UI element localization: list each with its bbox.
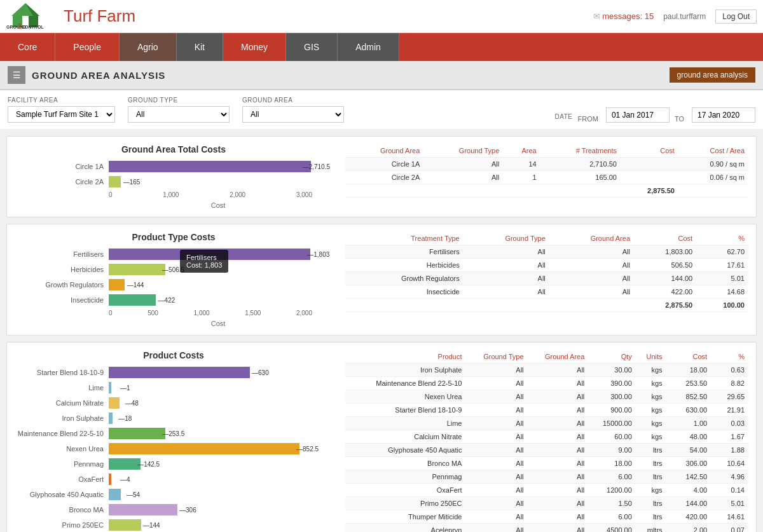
table-cell: 8.82 [711, 377, 748, 390]
table-cell: 1.88 [711, 444, 748, 457]
facility-area-select[interactable]: Sample Turf Farm Site 1 [8, 106, 115, 123]
breadcrumb-button[interactable]: ground area analysis [670, 67, 755, 83]
table-cell: All [549, 245, 634, 259]
table-cell: 144.00 [666, 497, 711, 510]
table-row: FertilisersAllAll1,803.0062.70 [345, 245, 748, 259]
bar-label: Glyphosate 450 Aquatic [15, 491, 104, 498]
nav-people[interactable]: People [55, 33, 120, 61]
table-cell: ltrs [636, 470, 666, 484]
bar-value-label: —18 [118, 415, 132, 422]
bar-value-label: —630 [252, 369, 269, 376]
nav-core[interactable]: Core [0, 33, 55, 61]
table-header: Cost [634, 232, 696, 245]
table-cell: Glyphosate 450 Aquatic [345, 444, 465, 457]
table-cell: 0.90 / sq m [678, 158, 748, 171]
bar-label: Pennmag [15, 460, 104, 468]
bar-row: Pennmag—142.5 [15, 458, 333, 470]
table-header: % [696, 232, 748, 245]
chart-products: Product Costs Starter Blend 18-10-9—630L… [15, 350, 333, 532]
nav-admin[interactable]: Admin [338, 33, 399, 61]
bar-value-label: —852.5 [296, 446, 319, 453]
table-cell: Nexen Urea [345, 390, 465, 404]
table-cell: 1 [503, 171, 540, 184]
nav-gis[interactable]: GIS [286, 33, 338, 61]
table-header: Cost [621, 144, 678, 158]
bar-label: Iron Sulphate [15, 414, 104, 422]
nav-agrio[interactable]: Agrio [120, 33, 177, 61]
logout-button[interactable]: Log Out [715, 10, 757, 24]
bar-label: Herbicides [15, 266, 104, 273]
bar-label: Maintenance Blend 22-5-10 [15, 430, 104, 437]
table-row: Thumper MiticideAllAll6.00ltrs420.0014.6… [345, 510, 748, 524]
section-product-costs: Product Costs Starter Blend 18-10-9—630L… [6, 342, 757, 532]
table-cell: kgs [636, 430, 666, 444]
table-cell: Thumper Miticide [345, 510, 465, 524]
table-header: Product [345, 350, 465, 364]
table-cell: kgs [636, 377, 666, 390]
bar-row: Primo 250EC—144 [15, 519, 333, 531]
bar-row: Lime—1 [15, 382, 333, 393]
bar-fill: —1 [109, 382, 111, 393]
table-cell: 21.91 [711, 404, 748, 417]
table-cell: 142.50 [666, 470, 711, 484]
nav-money[interactable]: Money [223, 33, 286, 61]
logo: GROUND 2 CONTROL [6, 2, 45, 31]
table-cell: 14.68 [696, 285, 748, 299]
table-row: Primo 250ECAllAll1.50ltrs144.005.01 [345, 497, 748, 510]
chart-product-type: Product Type Costs Fertilisers Cost: 1,8… [15, 232, 333, 327]
ground-area-select[interactable]: All [242, 106, 344, 123]
bar-label: Insecticide [15, 296, 104, 304]
bar-value-label: —253.5 [162, 430, 184, 437]
bar-row: Calcium Nitrate—48 [15, 397, 333, 409]
facility-area-label: FACILITY AREA [8, 97, 115, 104]
bar-fill: —18 [109, 413, 113, 424]
table-cell: Iron Sulphate [345, 364, 465, 377]
to-date-input[interactable] [692, 107, 755, 123]
table-cell: All [465, 470, 527, 484]
table-cell: 630.00 [666, 404, 711, 417]
table-header: Ground Type [423, 144, 503, 158]
bar-value-label: —306 [179, 507, 196, 514]
bar-row: Insecticide—422 [15, 294, 333, 306]
table-cell: Acelepryn [345, 524, 465, 533]
table-cell: All [465, 510, 527, 524]
table-row: HerbicidesAllAll506.5017.61 [345, 259, 748, 272]
bar-label: Bronco MA [15, 506, 104, 514]
table-row: Circle 1AAll142,710.500.90 / sq m [345, 158, 748, 171]
header-right: ✉ messages: 15 paul.turffarm Log Out [593, 10, 757, 24]
table-cell: All [528, 417, 589, 430]
table-row: Glyphosate 450 AquaticAllAll9.00ltrs54.0… [345, 444, 748, 457]
table-cell: 17.61 [696, 259, 748, 272]
filters: FACILITY AREA Sample Turf Farm Site 1 GR… [0, 90, 763, 130]
facility-area-filter: FACILITY AREA Sample Turf Farm Site 1 [8, 97, 115, 123]
ground-type-select[interactable]: All [128, 106, 230, 123]
table-cell: 5.01 [696, 272, 748, 285]
table-row: OxaFertAllAll1200.00kgs4.000.14 [345, 484, 748, 497]
table-cell: 6.00 [588, 470, 636, 484]
from-date-input[interactable] [606, 107, 670, 123]
table-cell: 144.00 [634, 272, 696, 285]
page-title: GROUND AREA ANALYSIS [32, 70, 670, 81]
bar-row: Circle 1A—2,710.5 [15, 161, 333, 172]
table-cell: All [528, 404, 589, 417]
table-cell: All [528, 377, 589, 390]
nav: Core People Agrio Kit Money GIS Admin [0, 33, 763, 61]
table-row: Iron SulphateAllAll30.00kgs18.000.63 [345, 364, 748, 377]
bar-value-label: —165 [123, 179, 141, 186]
table-header: Qty [588, 350, 636, 364]
bar-value-label: —1,803 [307, 251, 329, 258]
table-cell: All [465, 430, 527, 444]
table-cell: All [528, 457, 589, 470]
section-product-type-costs: Product Type Costs Fertilisers Cost: 1,8… [6, 224, 757, 336]
table-header: Ground Type [465, 350, 527, 364]
bar-fill: —48 [109, 397, 120, 409]
nav-kit[interactable]: Kit [177, 33, 223, 61]
table-cell: All [465, 417, 527, 430]
bar-row: Maintenance Blend 22-5-10—253.5 [15, 428, 333, 439]
table-cell: 14 [503, 158, 540, 171]
section-ground-area-costs: Ground Area Total Costs Circle 1A—2,710.… [6, 136, 757, 217]
table-cell: kgs [636, 364, 666, 377]
table-cell: kgs [636, 417, 666, 430]
bar-row: Fertilisers—1,803 [15, 249, 333, 260]
table-cell: 2.00 [666, 524, 711, 533]
